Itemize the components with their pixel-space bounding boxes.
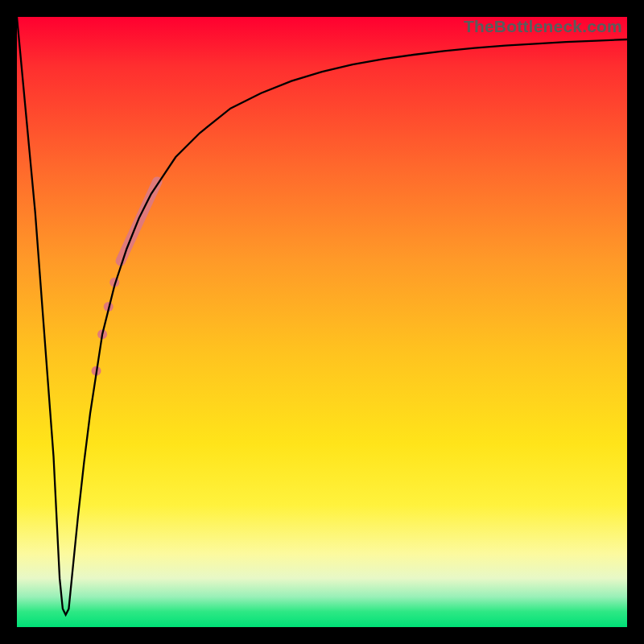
plot-area: TheBottleneck.com <box>17 17 627 627</box>
bottleneck-curve <box>17 17 627 615</box>
curve-layer <box>17 17 627 627</box>
chart-frame: TheBottleneck.com <box>0 0 644 644</box>
watermark-text: TheBottleneck.com <box>464 17 622 36</box>
